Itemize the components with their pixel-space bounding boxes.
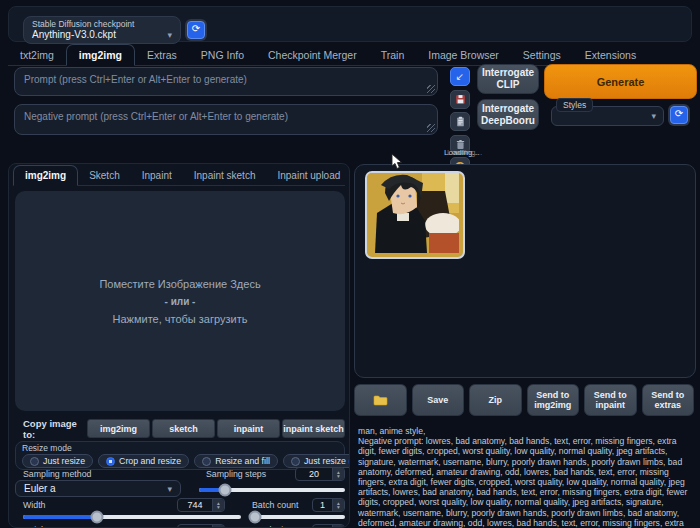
send-to-extras-button[interactable]: Send to extras bbox=[642, 384, 695, 416]
stepper-control[interactable]: ▴ ▾ bbox=[212, 499, 224, 511]
slider-handle[interactable] bbox=[219, 484, 232, 497]
subtab-sketch[interactable]: Sketch bbox=[78, 166, 131, 185]
paste-params-button[interactable]: ↙ bbox=[450, 67, 470, 86]
generate-button[interactable]: Generate bbox=[544, 64, 697, 99]
checkpoint-dropdown[interactable]: Stable Diffusion checkpoint Anything-V3.… bbox=[23, 16, 181, 44]
subtab-inpaint-sketch[interactable]: Inpaint sketch bbox=[183, 166, 267, 185]
spinner-down-icon: ▾ bbox=[217, 505, 220, 509]
width-slider[interactable] bbox=[23, 515, 241, 519]
spinner-down-icon: ▾ bbox=[337, 505, 340, 509]
checkpoint-refresh-button[interactable]: ⟳ bbox=[185, 19, 207, 41]
dropzone-text-line2: - или - bbox=[165, 296, 196, 307]
open-folder-button[interactable] bbox=[354, 384, 407, 416]
sampling-method-value: Euler a bbox=[24, 483, 56, 494]
styles-label: Styles bbox=[556, 98, 593, 112]
batch-count-input[interactable]: 1 ▴ ▾ bbox=[312, 498, 345, 512]
clipboard-icon bbox=[455, 116, 466, 127]
copy-to-inpaint-sketch-button[interactable]: inpaint sketch bbox=[282, 419, 345, 438]
chevron-down-icon: ▾ bbox=[167, 30, 172, 40]
slider-handle[interactable] bbox=[248, 511, 261, 524]
resize-mode-group: Resize mode Just resize Crop and resize … bbox=[15, 441, 345, 470]
negative-prompt-field-wrap bbox=[14, 104, 438, 135]
width-input[interactable]: 744 ▴ ▾ bbox=[177, 498, 225, 512]
radio-latent-upscale[interactable]: Just resize (latent upscale) bbox=[283, 454, 350, 468]
radio-icon bbox=[202, 457, 211, 466]
tab-extensions[interactable]: Extensions bbox=[573, 45, 648, 65]
save-style-icon bbox=[455, 94, 466, 105]
tab-txt2img[interactable]: txt2img bbox=[8, 45, 66, 65]
batch-size-input[interactable]: ▴ ▾ bbox=[312, 524, 345, 528]
tab-img2img[interactable]: img2img bbox=[66, 44, 135, 66]
radio-icon bbox=[30, 457, 39, 466]
tab-train[interactable]: Train bbox=[369, 45, 417, 65]
checkpoint-value: Anything-V3.0.ckpt bbox=[32, 29, 116, 41]
subtab-inpaint[interactable]: Inpaint bbox=[131, 166, 183, 185]
copy-to-sketch-button[interactable]: sketch bbox=[152, 419, 215, 438]
height-input[interactable]: ▴ ▾ bbox=[177, 524, 225, 528]
radio-label: Resize and fill bbox=[215, 456, 270, 466]
sampling-steps-value: 20 bbox=[296, 468, 332, 480]
stepper-control[interactable]: ▴ ▾ bbox=[332, 499, 344, 511]
loading-status: Loading... bbox=[444, 148, 479, 157]
styles-refresh-button[interactable]: ⟳ bbox=[668, 104, 690, 126]
sampling-method-dropdown[interactable]: Euler a ▾ bbox=[15, 480, 181, 497]
radio-just-resize[interactable]: Just resize bbox=[22, 454, 93, 468]
generated-image bbox=[367, 173, 459, 253]
img2img-settings-panel: img2img Sketch Inpaint Inpaint sketch In… bbox=[8, 163, 350, 528]
copy-image-to-row: Copy image to: img2img sketch inpaint in… bbox=[15, 419, 345, 438]
radio-label: Just resize bbox=[43, 456, 85, 466]
subtab-inpaint-upload[interactable]: Inpaint upload bbox=[266, 166, 350, 185]
refresh-icon: ⟳ bbox=[187, 21, 205, 39]
prompt-tools-column: ↙ bbox=[450, 67, 470, 176]
dropzone-text-line3: Нажмите, чтобы загрузить bbox=[113, 313, 248, 325]
main-tab-bar: txt2img img2img Extras PNG Info Checkpoi… bbox=[8, 44, 690, 66]
save-style-button[interactable] bbox=[450, 90, 470, 109]
width-label: Width bbox=[23, 500, 46, 510]
quicksettings-bar: Stable Diffusion checkpoint Anything-V3.… bbox=[8, 6, 692, 42]
chevron-down-icon: ▾ bbox=[651, 111, 656, 121]
slider-handle[interactable] bbox=[91, 511, 104, 524]
radio-icon bbox=[291, 457, 300, 466]
radio-crop-and-resize[interactable]: Crop and resize bbox=[98, 454, 189, 468]
stable-diffusion-webui: Stable Diffusion checkpoint Anything-V3.… bbox=[0, 0, 700, 528]
negative-prompt-input[interactable] bbox=[14, 104, 438, 135]
image-dropzone[interactable]: Поместите Изображение Здесь - или - Нажм… bbox=[15, 191, 345, 411]
copy-image-to-label: Copy image to: bbox=[15, 418, 87, 440]
tab-extras[interactable]: Extras bbox=[135, 45, 189, 65]
tab-checkpoint-merger[interactable]: Checkpoint Merger bbox=[256, 45, 369, 65]
generation-info-text: man, anime style, Negative prompt: lowre… bbox=[358, 426, 694, 528]
checkpoint-label: Stable Diffusion checkpoint bbox=[32, 19, 172, 29]
batch-count-slider[interactable] bbox=[252, 515, 345, 519]
result-thumbnail[interactable] bbox=[365, 171, 465, 259]
send-to-inpaint-button[interactable]: Send to inpaint bbox=[584, 384, 637, 416]
stepper-control[interactable]: ▴ ▾ bbox=[332, 468, 344, 480]
interrogate-deepbooru-button[interactable]: Interrogate DeepBooru bbox=[477, 99, 539, 130]
width-value: 744 bbox=[178, 499, 212, 511]
sampling-method-label: Sampling method bbox=[23, 469, 91, 479]
resize-mode-label: Resize mode bbox=[22, 443, 338, 453]
tab-settings[interactable]: Settings bbox=[511, 45, 573, 65]
apply-style-button[interactable] bbox=[450, 112, 470, 131]
copy-to-img2img-button[interactable]: img2img bbox=[87, 419, 150, 438]
radio-label: Crop and resize bbox=[119, 456, 181, 466]
interrogate-clip-button[interactable]: Interrogate CLIP bbox=[477, 64, 539, 94]
send-to-img2img-button[interactable]: Send to img2img bbox=[527, 384, 580, 416]
result-actions-row: Save Zip Send to img2img Send to inpaint… bbox=[354, 384, 694, 416]
save-button[interactable]: Save bbox=[412, 384, 465, 416]
radio-resize-and-fill[interactable]: Resize and fill bbox=[194, 454, 278, 468]
prompt-field-wrap bbox=[14, 67, 438, 96]
tab-image-browser[interactable]: Image Browser bbox=[416, 45, 511, 65]
batch-count-label: Batch count bbox=[252, 500, 298, 510]
prompt-input[interactable] bbox=[14, 67, 438, 96]
folder-icon bbox=[373, 395, 388, 406]
subtab-img2img[interactable]: img2img bbox=[13, 165, 78, 186]
sampling-steps-label: Sampling steps bbox=[206, 469, 266, 479]
zip-button[interactable]: Zip bbox=[469, 384, 522, 416]
dropzone-text-line1: Поместите Изображение Здесь bbox=[99, 278, 260, 290]
refresh-icon: ⟳ bbox=[670, 106, 688, 124]
sampling-steps-input[interactable]: 20 ▴ ▾ bbox=[295, 467, 345, 481]
chevron-down-icon: ▾ bbox=[167, 484, 172, 494]
tab-png-info[interactable]: PNG Info bbox=[189, 45, 256, 65]
sampling-steps-slider[interactable] bbox=[199, 488, 345, 492]
copy-to-inpaint-button[interactable]: inpaint bbox=[217, 419, 280, 438]
